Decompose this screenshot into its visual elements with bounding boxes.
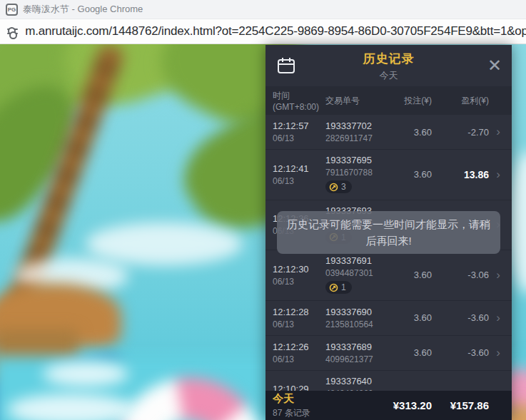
row-order: 193337691 0394487301 1: [325, 255, 386, 295]
history-header: 历史记录 今天 ✕: [265, 45, 512, 86]
row-profit: -3.06: [432, 270, 489, 280]
row-bet: 3.60: [386, 347, 432, 358]
history-row[interactable]: 12:12:57 06/13 193337702 2826911747 3.60…: [265, 115, 512, 150]
row-bet: 3.60: [386, 169, 432, 180]
bonus-count: 1: [341, 282, 346, 292]
history-row[interactable]: 12:12:26 06/13 193337689 4099621377 3.60…: [265, 336, 512, 371]
bonus-badge: 1: [325, 281, 352, 294]
panel-title: 历史记录: [265, 51, 512, 67]
chevron-right-icon[interactable]: ›: [489, 388, 507, 391]
close-icon[interactable]: ✕: [487, 57, 502, 74]
panel-subtitle: 今天: [265, 69, 512, 82]
col-header-bet: 投注(¥): [386, 95, 432, 107]
calendar-icon[interactable]: [275, 56, 297, 76]
col-header-time: 时间 (GMT+8:00): [273, 90, 325, 112]
row-bet: 3.60: [386, 390, 432, 391]
footer-bet-total: ¥313.20: [386, 399, 432, 411]
chevron-right-icon[interactable]: ›: [489, 346, 507, 360]
free-spin-icon: [329, 183, 338, 192]
row-time: 12:10:29 06/13: [273, 384, 325, 391]
row-time: 12:12:26 06/13: [273, 342, 325, 364]
row-time: 12:12:30 06/13: [273, 264, 325, 287]
history-row[interactable]: 12:12:30 06/13 193337691 0394487301 1 3.…: [265, 250, 512, 301]
history-row[interactable]: 12:12:41 06/13 193337695 7911670788 3 3.…: [265, 150, 512, 200]
row-time: 12:12:28 06/13: [273, 307, 325, 329]
loading-toast: 历史记录可能需要一些时间才能显示，请稍后再回来!: [277, 211, 500, 254]
footer-label: 今天: [273, 392, 325, 406]
row-profit: 13.86: [432, 169, 489, 180]
chevron-right-icon[interactable]: ›: [489, 268, 507, 282]
col-header-profit: 盈利(¥): [432, 95, 489, 107]
row-bet: 3.60: [386, 312, 432, 323]
table-header: 时间 (GMT+8:00) 交易单号 投注(¥) 盈利(¥): [265, 86, 512, 115]
window-title: 泰嗨泼水节 - Google Chrome: [23, 3, 143, 16]
row-order: 193337689 4099621377: [325, 342, 386, 364]
row-order: 193337640 4842464260 0+6: [325, 376, 386, 391]
row-bet: 3.60: [386, 270, 432, 280]
row-profit: -2.70: [432, 127, 489, 138]
row-profit: -3.60: [432, 312, 489, 323]
site-settings-icon[interactable]: [7, 29, 18, 34]
bonus-count: 3: [341, 182, 346, 192]
row-profit: -3.60: [432, 347, 489, 358]
bonus-badge: 3: [325, 180, 352, 193]
col-header-order: 交易单号: [325, 95, 386, 107]
row-order: 193337690 2135810564: [325, 307, 386, 329]
chevron-right-icon[interactable]: ›: [489, 125, 507, 139]
window-titlebar: PG 泰嗨泼水节 - Google Chrome: [0, 0, 526, 19]
row-bet: 3.60: [386, 127, 432, 138]
history-row[interactable]: 12:12:28 06/13 193337690 2135810564 3.60…: [265, 301, 512, 336]
history-list: 12:12:57 06/13 193337702 2826911747 3.60…: [265, 115, 512, 391]
chevron-right-icon[interactable]: ›: [489, 168, 507, 182]
footer-profit-total: ¥157.86: [432, 399, 489, 411]
summary-footer: 今天 87 条记录 ¥313.20 ¥157.86: [265, 391, 512, 420]
screen: PG 泰嗨泼水节 - Google Chrome m.anrutaijc.com…: [0, 0, 526, 420]
url-text[interactable]: m.anrutaijc.com/1448762/index.html?ot=22…: [25, 24, 526, 39]
footer-record-count: 87 条记录: [273, 407, 325, 419]
row-order: 193337702 2826911747: [325, 121, 386, 143]
row-profit: 178.74: [432, 389, 489, 391]
row-time: 12:12:41 06/13: [273, 163, 325, 186]
address-bar[interactable]: m.anrutaijc.com/1448762/index.html?ot=22…: [0, 19, 526, 44]
history-row[interactable]: 12:10:29 06/13 193337640 4842464260 0+6 …: [265, 371, 512, 391]
history-panel: 历史记录 今天 ✕ 时间 (GMT+8:00) 交易单号 投注(¥) 盈利(¥)…: [265, 45, 512, 420]
site-favicon: PG: [6, 4, 18, 16]
row-time: 12:12:57 06/13: [273, 121, 325, 143]
row-order: 193337695 7911670788 3: [325, 155, 386, 195]
free-spin-icon: [329, 283, 338, 292]
chevron-right-icon[interactable]: ›: [489, 311, 507, 325]
